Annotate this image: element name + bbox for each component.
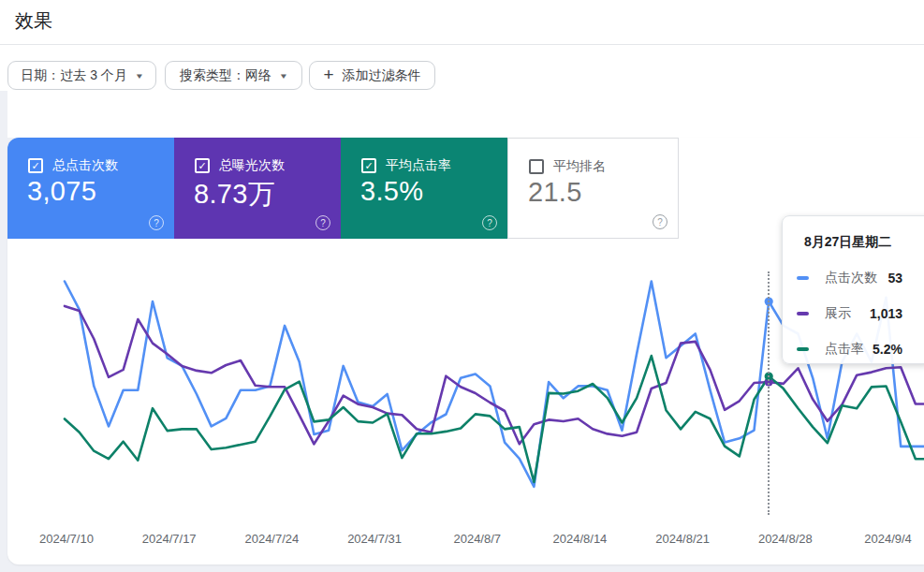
x-axis-tick-label: 2024/8/21 bbox=[655, 532, 710, 546]
tooltip-row-impressions: 展示 1,013 bbox=[797, 305, 902, 322]
metric-card-value: 21.5 bbox=[528, 177, 582, 208]
metric-card-label: 总点击次数 bbox=[52, 157, 118, 174]
x-axis-tick-label: 2024/7/24 bbox=[244, 532, 299, 546]
metric-card-label: 平均点击率 bbox=[386, 157, 451, 174]
x-axis-tick-label: 2024/8/28 bbox=[758, 532, 813, 546]
line-ctr bbox=[65, 356, 924, 482]
x-axis-tick-label: 2024/7/31 bbox=[347, 532, 402, 546]
x-axis-tick-label: 2024/7/10 bbox=[39, 532, 94, 546]
tooltip-date: 8月27日星期二 bbox=[804, 234, 902, 251]
x-axis-tick-label: 2024/9/4 bbox=[864, 532, 912, 546]
metric-card-total-impressions[interactable]: ✓ 总曝光次数 8.73万 ? bbox=[174, 138, 341, 239]
tooltip-row-value: 5.2% bbox=[873, 342, 902, 357]
metric-card-value: 8.73万 bbox=[194, 176, 275, 213]
help-icon[interactable]: ? bbox=[482, 215, 497, 230]
metric-card-label: 平均排名 bbox=[553, 158, 606, 175]
impressions-series-swatch-icon bbox=[797, 312, 809, 315]
clicks-series-swatch-icon bbox=[797, 276, 809, 280]
checkbox-checked-icon[interactable]: ✓ bbox=[195, 158, 210, 173]
checkbox-checked-icon[interactable]: ✓ bbox=[28, 158, 43, 173]
help-icon[interactable]: ? bbox=[149, 215, 164, 230]
metric-card-value: 3.5% bbox=[360, 176, 423, 207]
tooltip-row-clicks: 点击次数 53 bbox=[797, 270, 902, 286]
x-axis-tick-label: 2024/8/7 bbox=[453, 532, 501, 546]
hover-crosshair-line bbox=[768, 271, 770, 515]
tooltip-row-label: 点击次数 bbox=[825, 270, 877, 286]
checkbox-unchecked-icon[interactable] bbox=[529, 159, 544, 174]
tooltip-row-value: 1,013 bbox=[870, 306, 902, 321]
tooltip-row-label: 展示 bbox=[825, 305, 851, 322]
metric-card-total-clicks[interactable]: ✓ 总点击次数 3,075 ? bbox=[7, 138, 174, 239]
x-axis-tick-label: 2024/7/17 bbox=[142, 532, 197, 546]
help-icon[interactable]: ? bbox=[315, 215, 330, 230]
tooltip-row-label: 点击率 bbox=[825, 341, 864, 358]
metric-card-average-ctr[interactable]: ✓ 平均点击率 3.5% ? bbox=[341, 138, 507, 239]
metric-card-value: 3,075 bbox=[27, 176, 96, 207]
chart-tooltip: 8月27日星期二 点击次数 53 展示 1,013 点击率 5.2% bbox=[782, 215, 924, 364]
metric-card-average-position[interactable]: 平均排名 21.5 ? bbox=[507, 138, 679, 239]
x-axis-tick-label: 2024/8/14 bbox=[553, 532, 608, 546]
metric-card-label: 总曝光次数 bbox=[219, 157, 285, 174]
tooltip-row-value: 53 bbox=[887, 271, 902, 286]
checkbox-checked-icon[interactable]: ✓ bbox=[361, 158, 376, 173]
help-icon[interactable]: ? bbox=[653, 214, 667, 229]
ctr-series-swatch-icon bbox=[797, 347, 809, 351]
tooltip-row-ctr: 点击率 5.2% bbox=[797, 341, 902, 358]
